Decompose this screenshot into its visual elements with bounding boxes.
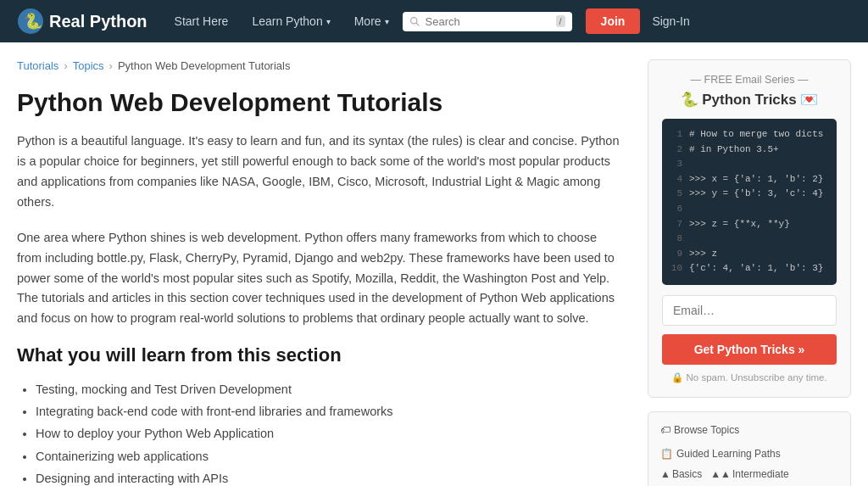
signin-link[interactable]: Sign-In bbox=[652, 14, 689, 28]
intermediate-tag[interactable]: ▲▲ Intermediate bbox=[710, 468, 788, 480]
svg-point-2 bbox=[410, 17, 416, 23]
svg-line-3 bbox=[416, 23, 419, 25]
join-button[interactable]: Join bbox=[586, 8, 641, 34]
site-logo[interactable]: 🐍 Real Python bbox=[17, 8, 147, 35]
code-block: 1# How to merge two dicts2# in Python 3.… bbox=[662, 119, 837, 285]
level-tags: ▲ Basics ▲▲ Intermediate ▲▲▲ Advanced bbox=[660, 468, 838, 486]
code-line: 1# How to merge two dicts bbox=[670, 127, 828, 142]
code-line: 6 bbox=[670, 202, 828, 217]
code-line: 2# in Python 3.5+ bbox=[670, 142, 828, 158]
nav-start-here[interactable]: Start Here bbox=[164, 8, 239, 35]
tag-card-header: 🏷 Browse Topics 📋 Guided Learning Paths bbox=[660, 424, 838, 460]
list-item: Designing and interacting with APIs bbox=[36, 467, 622, 486]
code-line: 3 bbox=[670, 157, 828, 172]
line-number: 9 bbox=[670, 247, 682, 262]
more-arrow: ▾ bbox=[385, 17, 389, 26]
search-icon bbox=[409, 16, 420, 27]
page-title: Python Web Development Tutorials bbox=[17, 87, 622, 118]
code-text: # in Python 3.5+ bbox=[689, 142, 779, 158]
line-number: 1 bbox=[670, 127, 682, 142]
list-item: Testing, mocking and Test Driven Develop… bbox=[36, 378, 622, 400]
get-python-tricks-button[interactable]: Get Python Tricks » bbox=[662, 334, 837, 365]
line-number: 10 bbox=[670, 261, 682, 277]
breadcrumb-tutorials[interactable]: Tutorials bbox=[17, 59, 58, 72]
intro-paragraph-1: Python is a beautiful language. It's eas… bbox=[17, 131, 622, 213]
line-number: 5 bbox=[670, 187, 682, 202]
breadcrumb-current: Python Web Development Tutorials bbox=[118, 59, 291, 72]
nav-learn-python[interactable]: Learn Python ▾ bbox=[242, 8, 340, 35]
logo-text: Real Python bbox=[49, 12, 147, 31]
code-text: # How to merge two dicts bbox=[689, 127, 823, 142]
learn-python-arrow: ▾ bbox=[326, 17, 331, 26]
section-heading: What you will learn from this section bbox=[17, 344, 622, 366]
python-tricks-title: 🐍 Python Tricks 💌 bbox=[662, 91, 837, 109]
line-number: 3 bbox=[670, 157, 682, 172]
intro-paragraph-2: One area where Python shines is web deve… bbox=[17, 228, 622, 330]
top-nav: 🐍 Real Python Start Here Learn Python ▾ … bbox=[0, 0, 868, 42]
email-series-header: — FREE Email Series — bbox=[662, 74, 837, 86]
email-input[interactable] bbox=[662, 295, 837, 326]
sep2: › bbox=[109, 59, 113, 72]
guided-paths-link[interactable]: 📋 Guided Learning Paths bbox=[660, 448, 781, 460]
sidebar: — FREE Email Series — 🐍 Python Tricks 💌 … bbox=[648, 59, 851, 486]
browse-topics-link[interactable]: 🏷 Browse Topics bbox=[660, 424, 739, 436]
list-item: Containerizing web applications bbox=[36, 445, 622, 467]
learn-list: Testing, mocking and Test Driven Develop… bbox=[17, 378, 622, 486]
code-line: 10{'c': 4, 'a': 1, 'b': 3} bbox=[670, 261, 828, 277]
line-number: 4 bbox=[670, 172, 682, 187]
code-line: 9>>> z bbox=[670, 247, 828, 262]
code-line: 8 bbox=[670, 232, 828, 247]
search-kbd: / bbox=[556, 15, 565, 27]
search-input[interactable] bbox=[426, 15, 551, 28]
svg-text:🐍: 🐍 bbox=[24, 12, 43, 31]
line-number: 7 bbox=[670, 217, 682, 232]
nav-links: Start Here Learn Python ▾ More ▾ / Join … bbox=[164, 8, 851, 35]
search-box: / bbox=[403, 12, 572, 31]
line-number: 2 bbox=[670, 142, 682, 158]
code-line: 4>>> x = {'a': 1, 'b': 2} bbox=[670, 172, 828, 187]
line-number: 8 bbox=[670, 232, 682, 247]
code-text: {'c': 4, 'a': 1, 'b': 3} bbox=[689, 261, 823, 277]
code-text: >>> x = {'a': 1, 'b': 2} bbox=[689, 172, 823, 187]
email-series-card: — FREE Email Series — 🐍 Python Tricks 💌 … bbox=[648, 59, 851, 398]
list-item: Integrating back-end code with front-end… bbox=[36, 400, 622, 422]
line-number: 6 bbox=[670, 202, 682, 217]
code-text: >>> z = {**x, **y} bbox=[689, 217, 790, 232]
page-container: Tutorials › Topics › Python Web Developm… bbox=[0, 42, 868, 486]
sep1: › bbox=[64, 59, 67, 72]
code-line: 7>>> z = {**x, **y} bbox=[670, 217, 828, 232]
code-text: >>> y = {'b': 3, 'c': 4} bbox=[689, 187, 823, 202]
tags-card: 🏷 Browse Topics 📋 Guided Learning Paths … bbox=[648, 411, 851, 486]
basics-tag[interactable]: ▲ Basics bbox=[660, 468, 702, 480]
code-text: >>> z bbox=[689, 247, 717, 262]
list-item: How to deploy your Python Web Applicatio… bbox=[36, 422, 622, 444]
no-spam-text: 🔒 No spam. Unsubscribe any time. bbox=[662, 371, 837, 383]
breadcrumb-topics[interactable]: Topics bbox=[73, 59, 104, 72]
breadcrumb: Tutorials › Topics › Python Web Developm… bbox=[17, 59, 622, 72]
main-content: Tutorials › Topics › Python Web Developm… bbox=[17, 59, 622, 486]
code-line: 5>>> y = {'b': 3, 'c': 4} bbox=[670, 187, 828, 202]
nav-more[interactable]: More ▾ bbox=[344, 8, 399, 35]
